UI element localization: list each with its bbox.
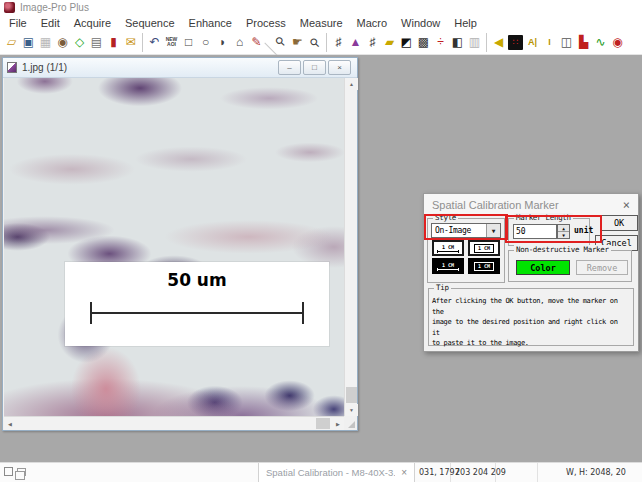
save-icon[interactable]: ▣ xyxy=(20,33,37,52)
horizontal-scroll-thumb[interactable] xyxy=(316,418,330,429)
red-histogram-icon[interactable]: ▙ xyxy=(575,33,592,52)
vertical-scroll-thumb[interactable] xyxy=(346,387,357,403)
Help[interactable]: Help xyxy=(447,17,484,29)
image-document-window: 1.jpg (1/1) – □ × 50 um ▲ ▼ xyxy=(2,57,358,431)
open-folder-icon[interactable]: ▱ xyxy=(3,33,20,52)
quadrant-icon[interactable]: ◩ xyxy=(398,33,415,52)
menu-bar: File Edit Acquire Sequence Enhance Proce… xyxy=(0,15,642,30)
image-window-titlebar[interactable]: 1.jpg (1/1) – □ × xyxy=(3,58,357,78)
minimize-button[interactable]: – xyxy=(278,60,301,75)
status-fields: 031, 1797 203 204 209 W, H: 2048, 20 xyxy=(415,463,642,482)
status-field: 203 204 209 xyxy=(451,463,496,482)
resize-grip[interactable] xyxy=(344,417,357,430)
image-window-body: 50 um ▲ ▼ ◀ ▶ xyxy=(3,78,357,430)
marker-style-line-black-button[interactable]: 1 CM xyxy=(432,258,464,274)
macro-record-icon[interactable]: ◉ xyxy=(609,33,626,52)
ellipse-aoi-icon[interactable]: ○ xyxy=(197,33,214,52)
workbook-icon[interactable]: ▮ xyxy=(105,33,122,52)
layers-filter-icon[interactable]: ▰ xyxy=(381,33,398,52)
dialog-title: Spatial Calibration Marker xyxy=(432,199,623,211)
marker-length-input[interactable] xyxy=(513,224,557,239)
image-window-title: 1.jpg (1/1) xyxy=(22,62,273,73)
pattern-icon[interactable]: ▩ xyxy=(415,33,432,52)
polygon-aoi-icon[interactable]: ⌂ xyxy=(231,33,248,52)
invert-icon[interactable]: ◧ xyxy=(449,33,466,52)
marker-line-icon xyxy=(437,269,459,270)
marker-style-line-white-button[interactable]: 1 CM xyxy=(432,240,464,256)
scale-marker[interactable]: 50 um xyxy=(65,262,329,346)
spinner-up-icon[interactable]: ▲ xyxy=(558,225,569,232)
Edit[interactable]: Edit xyxy=(34,17,67,29)
marker-length-spinner[interactable]: ▲ ▼ xyxy=(557,224,570,239)
Macro[interactable]: Macro xyxy=(350,17,395,29)
ok-button[interactable]: OK xyxy=(600,215,638,231)
cascade-windows-icon[interactable] xyxy=(17,468,26,476)
levels-sliders-icon[interactable]: ♯ xyxy=(364,33,381,52)
scroll-up-icon[interactable]: ▲ xyxy=(345,78,358,90)
graph-icon[interactable]: ∿ xyxy=(592,33,609,52)
announce-icon[interactable]: ◀ xyxy=(486,33,507,52)
tip-label: Tip xyxy=(434,283,451,292)
rect-aoi-icon[interactable]: □ xyxy=(180,33,197,52)
micrograph-canvas[interactable]: 50 um xyxy=(4,78,344,416)
Enhance[interactable]: Enhance xyxy=(182,17,239,29)
scroll-left-icon[interactable]: ◀ xyxy=(4,417,16,430)
scroll-down-icon[interactable]: ▼ xyxy=(345,404,358,416)
remove-button: Remove xyxy=(576,260,628,275)
mail-icon[interactable]: ✉ xyxy=(122,33,139,52)
Window[interactable]: Window xyxy=(394,17,447,29)
scale-marker-line xyxy=(90,312,304,314)
dialog-titlebar[interactable]: Spatial Calibration Marker × xyxy=(424,194,638,215)
marker-style-box-white-button[interactable]: 1 CM xyxy=(468,240,500,256)
new-aoi-icon[interactable]: NEW AOI xyxy=(163,33,180,52)
undo-icon[interactable]: ↶ xyxy=(142,33,163,52)
measure-caliper-icon[interactable]: I xyxy=(541,33,558,52)
toolbar: ▱ ▣ ▦ ◉ ◇ ▤ ▮ ✉ ↶ NEW AOI □ ○ ◗ ⌂ ✎ xyxy=(0,30,642,55)
histogram-icon[interactable]: ▲ xyxy=(347,33,364,52)
count-dots-icon[interactable]: ∷ xyxy=(508,35,523,50)
horizontal-scrollbar[interactable]: ◀ ▶ xyxy=(4,416,344,430)
trace-pencil-icon[interactable]: ✎ xyxy=(248,33,265,52)
style-dropdown[interactable]: On-Image ▼ xyxy=(431,223,501,238)
close-button[interactable]: × xyxy=(328,60,351,75)
style-group-label: Style xyxy=(433,213,458,222)
green-shape-icon[interactable]: ◇ xyxy=(71,33,88,52)
acquire-camera-icon[interactable]: ◉ xyxy=(54,33,71,52)
print-icon[interactable]: ▤ xyxy=(88,33,105,52)
dropdown-arrow-icon[interactable]: ▼ xyxy=(486,224,500,237)
marker-style-box-black-button[interactable]: 1 CM xyxy=(468,258,500,274)
gray-bars-icon[interactable]: ▥ xyxy=(466,33,483,52)
status-bar: Spatial Calibration - M8-40X-3.jpg × 031… xyxy=(0,462,642,482)
File[interactable]: File xyxy=(2,17,34,29)
tip-text: After clicking the OK button, move the m… xyxy=(432,296,628,349)
snapshot-icon[interactable]: ◫ xyxy=(558,33,575,52)
color-button[interactable]: Color xyxy=(516,260,570,275)
app-logo-icon xyxy=(4,2,15,13)
freeform-aoi-icon[interactable]: ◗ xyxy=(214,33,231,52)
contrast-sliders-icon[interactable]: ♯ xyxy=(326,33,347,52)
spinner-down-icon[interactable]: ▼ xyxy=(558,232,569,238)
app-title: Image-Pro Plus xyxy=(20,2,89,13)
calibration-tab[interactable]: Spatial Calibration - M8-40X-3.jpg × xyxy=(258,463,415,482)
vertical-scrollbar[interactable]: ▲ ▼ xyxy=(344,78,357,416)
grid-icon[interactable]: ▦ xyxy=(37,33,54,52)
spatial-calibration-marker-dialog: Spatial Calibration Marker × Style On-Im… xyxy=(423,193,639,352)
Acquire[interactable]: Acquire xyxy=(67,17,118,29)
non-destructive-marker-label: Non-destructive Marker xyxy=(514,245,611,254)
scroll-right-icon[interactable]: ▶ xyxy=(332,417,344,430)
app-titlebar: Image-Pro Plus xyxy=(0,0,642,15)
status-bar-icons xyxy=(4,467,26,476)
marker-line-icon xyxy=(437,251,459,252)
math-ops-icon[interactable]: ÷ xyxy=(432,33,449,52)
measure-length-icon[interactable]: A| xyxy=(524,33,541,52)
Sequence[interactable]: Sequence xyxy=(118,17,182,29)
image-pro-plus-window: Image-Pro Plus File Edit Acquire Sequenc… xyxy=(0,0,642,482)
status-field: 031, 1797 xyxy=(415,463,451,482)
Process[interactable]: Process xyxy=(239,17,293,29)
dialog-close-icon[interactable]: × xyxy=(623,198,630,212)
unit-label: unit xyxy=(574,226,593,235)
calibration-tab-close-icon[interactable]: × xyxy=(401,467,407,478)
Measure[interactable]: Measure xyxy=(293,17,350,29)
maximize-button[interactable]: □ xyxy=(303,60,326,75)
single-view-icon[interactable] xyxy=(4,467,13,476)
